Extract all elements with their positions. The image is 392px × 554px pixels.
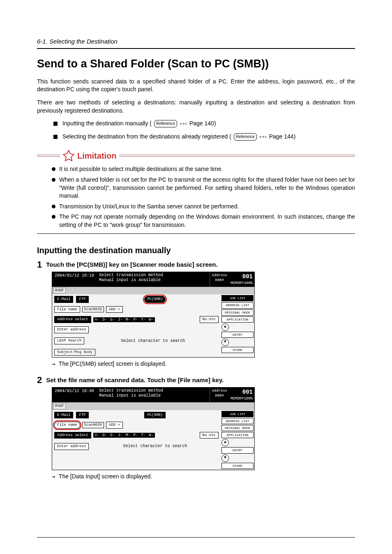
square-bullet-icon	[53, 122, 58, 126]
limitation-label: Limitation	[77, 150, 117, 162]
step-title: Touch the [PC(SMB)] key on [Scanner mode…	[46, 260, 217, 269]
limitation-item: When a shared folder is not set for the …	[52, 176, 355, 200]
store-button[interactable]: STORE	[221, 463, 254, 469]
enter-address-button[interactable]: Enter address	[54, 443, 89, 450]
enter-address-button[interactable]: Enter address	[54, 326, 89, 333]
step-1: 1 Touch the [PC(SMB)] key on [Scanner mo…	[37, 260, 355, 368]
intro-paragraph-1: This function sends scanned data to a sp…	[37, 78, 355, 94]
scroll-down-icon[interactable]: ▼	[221, 339, 229, 346]
arrow-right-icon: →	[52, 473, 59, 480]
scroll-up-icon[interactable]: ▲	[221, 323, 229, 331]
filename-value: Scan0039	[82, 307, 104, 313]
dots-icon: ●●▸	[259, 134, 267, 139]
limitation-item: It is not possible to select multiple de…	[52, 165, 355, 173]
entry-button[interactable]: ENTRY	[221, 447, 254, 453]
svg-marker-0	[63, 150, 74, 161]
joblist-button[interactable]: JOB LIST	[221, 295, 254, 301]
tab-pcsmb[interactable]: PC(SMB)	[144, 296, 166, 303]
address-list-button[interactable]: ADDRESS LIST	[221, 418, 254, 424]
scroll-down-icon[interactable]: ▼	[221, 455, 229, 462]
ss-datetime: 2004/01/12 16:18	[52, 272, 97, 287]
ss-number-big: 001	[231, 273, 253, 281]
limitation-item: The PC may not operate normally dependin…	[52, 213, 355, 229]
ss-message-line: Select transmission method	[99, 388, 207, 393]
method-1-page[interactable]: Page 140)	[189, 120, 216, 127]
ldap-search-button[interactable]: LDAP Search	[54, 337, 84, 344]
step-number: 2	[37, 376, 42, 385]
filename-button[interactable]: File name	[54, 422, 80, 429]
rule-top	[37, 48, 355, 49]
reference-chip[interactable]: Reference	[154, 120, 177, 127]
address-list-button[interactable]: ADDRESS LIST	[221, 302, 254, 308]
original-mode-button[interactable]: ORIGINAL MODE	[221, 425, 254, 431]
screenshot-step-2: 2004/01/12 16:46 Select transmission met…	[52, 387, 255, 470]
arrow-right-icon: →	[52, 360, 59, 367]
method-2-text: Selecting the destination from the desti…	[62, 133, 231, 140]
add-button[interactable]: ADD »	[106, 306, 123, 313]
subheading: Inputting the destination manually	[37, 245, 355, 256]
ss-datetime: 2004/01/12 16:46	[52, 388, 97, 402]
tab-email[interactable]: E-Mail	[54, 296, 73, 303]
address-select-button[interactable]: Address select	[54, 432, 91, 439]
add-button[interactable]: ADD »	[106, 422, 123, 429]
step-title: Set the file name of scanned data. Touch…	[46, 376, 224, 384]
ss-radf-label: RADF	[53, 403, 66, 409]
ss-message-line: Manual input is available	[99, 278, 207, 283]
scroll-up-icon[interactable]: ▲	[221, 439, 229, 446]
intro-paragraph-2: There are two methods of selecting a des…	[37, 99, 355, 115]
original-mode-button[interactable]: ORIGINAL MODE	[221, 309, 254, 316]
ss-memory: MEMORY100%	[231, 396, 253, 402]
noetc-button[interactable]: No.etc	[200, 316, 219, 323]
noetc-button[interactable]: No.etc	[200, 432, 219, 439]
ss-hint-text: Select character to search	[91, 441, 219, 452]
rule-limitation-end	[37, 233, 355, 234]
alpha-group-buttons[interactable]: A-D-G-J-M-P-T-W-	[93, 432, 155, 438]
entry-button[interactable]: ENTRY	[221, 332, 254, 338]
limitation-icon	[62, 150, 75, 162]
store-button[interactable]: STORE	[221, 347, 254, 353]
method-2-page[interactable]: Page 144)	[269, 133, 296, 140]
ss-hint-text: Select character to search	[86, 336, 219, 346]
ss-address-value: 000#	[212, 393, 227, 399]
ss-message-line: Manual input is available	[99, 393, 207, 398]
dots-icon: ●●▸	[180, 121, 188, 126]
ss-address-label: Address	[212, 388, 227, 394]
ss-message-line: Select transmission method	[99, 273, 207, 278]
application-button[interactable]: APPLICATION	[221, 316, 254, 323]
step-result: → The [PC(SMB) select] screen is display…	[52, 360, 355, 368]
limitation-block: Limitation It is not possible to select …	[37, 150, 355, 233]
joblist-button[interactable]: JOB LIST	[221, 411, 254, 417]
filename-value: Scan0039	[82, 422, 104, 428]
ss-number-big: 001	[231, 388, 253, 397]
method-item-2: Selecting the destination from the desti…	[53, 133, 355, 141]
reference-chip[interactable]: Reference	[234, 133, 257, 141]
method-1-text: Inputting the destination manually (	[62, 120, 152, 127]
rule-footer	[37, 537, 355, 538]
tab-ftp[interactable]: FTP	[76, 296, 88, 303]
tab-pcsmb[interactable]: PC(SMB)	[144, 412, 166, 419]
ss-address-label: Address	[212, 273, 227, 278]
step-result: → The [Data Input] screen is displayed.	[52, 473, 355, 481]
tab-ftp[interactable]: FTP	[76, 412, 88, 419]
ss-radf-label: RADF	[53, 288, 66, 294]
address-select-button[interactable]: Address select	[54, 316, 91, 323]
step-number: 1	[37, 260, 42, 269]
ss-address-value: 000#	[212, 278, 227, 283]
square-bullet-icon	[53, 135, 58, 139]
tab-email[interactable]: E-Mail	[54, 412, 73, 419]
alpha-group-buttons[interactable]: A-D-G-J-M-P-T-W-	[93, 317, 155, 323]
screenshot-step-1: 2004/01/12 16:18 Select transmission met…	[52, 272, 255, 358]
application-button[interactable]: APPLICATION	[221, 432, 254, 438]
breadcrumb: 6-1. Selecting the Destination	[37, 37, 355, 46]
ss-memory: MEMORY100%	[231, 281, 253, 286]
step-2: 2 Set the file name of scanned data. Tou…	[37, 376, 355, 481]
page-title: Send to a Shared Folder (Scan to PC (SMB…	[37, 56, 355, 72]
method-item-1: Inputting the destination manually ( Ref…	[53, 120, 355, 128]
subject-body-button[interactable]: Subject/Msg Body	[54, 349, 95, 356]
limitation-item: Transmission by Unix/Linux to the Samba …	[52, 203, 355, 211]
filename-button[interactable]: File name	[54, 306, 80, 313]
